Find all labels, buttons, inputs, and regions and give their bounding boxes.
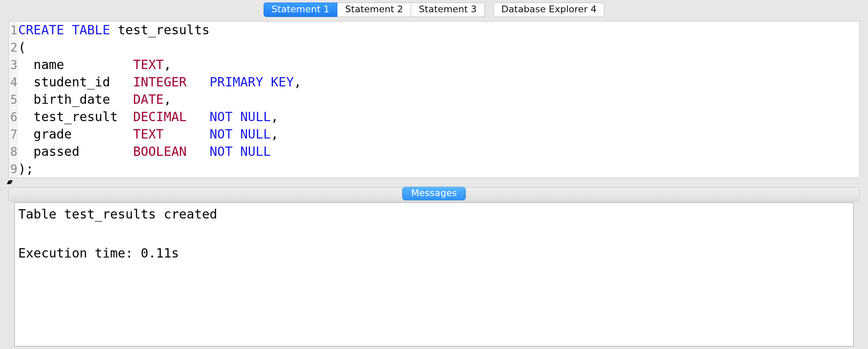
line-code[interactable]: passed BOOLEAN NOT NULL xyxy=(18,143,271,160)
sql-editor-panel[interactable]: 1CREATE TABLE test_results2(3 name TEXT,… xyxy=(8,21,860,178)
line-number: 3 xyxy=(9,57,18,74)
token-plain: ( xyxy=(18,40,26,55)
line-number: 4 xyxy=(9,74,18,91)
messages-output[interactable]: Table test_results created Execution tim… xyxy=(14,202,854,346)
tab-statement-3[interactable]: Statement 3 xyxy=(411,3,485,17)
token-plain: , xyxy=(164,57,171,72)
tab-label: Database Explorer 4 xyxy=(501,4,597,14)
line-code[interactable]: test_result DECIMAL NOT NULL, xyxy=(18,108,278,125)
tabbar-inner: Statement 1 Statement 2 Statement 3 Data… xyxy=(264,3,605,17)
token-kw2: INTEGER xyxy=(133,75,186,89)
token-kw1: CREATE TABLE xyxy=(18,22,110,37)
messages-tab-button[interactable]: Messages xyxy=(402,187,466,200)
editor-line[interactable]: 4 student_id INTEGER PRIMARY KEY, xyxy=(9,74,859,91)
token-plain: ); xyxy=(18,161,33,176)
editor-line[interactable]: 5 birth_date DATE, xyxy=(9,91,859,108)
token-kw1: NOT NULL xyxy=(210,144,271,159)
editor-line[interactable]: 6 test_result DECIMAL NOT NULL, xyxy=(9,108,859,126)
sql-editor[interactable]: 1CREATE TABLE test_results2(3 name TEXT,… xyxy=(9,22,859,178)
editor-line[interactable]: 2( xyxy=(9,39,859,56)
line-number: 5 xyxy=(9,91,18,108)
tabbar: Statement 1 Statement 2 Statement 3 Data… xyxy=(0,0,868,19)
editor-line[interactable]: 9); xyxy=(9,161,859,178)
line-code[interactable]: student_id INTEGER PRIMARY KEY, xyxy=(18,74,301,91)
token-plain: grade xyxy=(18,127,133,141)
splitter-handle[interactable]: ▴▾ xyxy=(7,180,11,184)
token-plain: , xyxy=(294,75,301,89)
line-number: 1 xyxy=(9,22,18,39)
token-kw1: NOT NULL xyxy=(210,109,271,124)
token-plain xyxy=(164,127,209,141)
line-code[interactable]: grade TEXT NOT NULL, xyxy=(18,126,278,143)
token-kw1: NOT NULL xyxy=(210,127,271,141)
token-plain: passed xyxy=(18,144,133,159)
token-plain: student_id xyxy=(18,75,133,89)
line-number: 9 xyxy=(9,161,18,178)
token-kw1: PRIMARY KEY xyxy=(210,75,294,89)
tab-label: Statement 1 xyxy=(272,4,330,14)
editor-line[interactable]: 7 grade TEXT NOT NULL, xyxy=(9,126,859,143)
token-plain: name xyxy=(18,57,133,72)
token-plain xyxy=(186,144,209,159)
token-kw2: DECIMAL xyxy=(133,109,186,124)
token-plain: test_results xyxy=(110,22,210,37)
line-number: 8 xyxy=(9,144,18,161)
line-code[interactable]: ); xyxy=(18,161,33,177)
token-plain: , xyxy=(271,127,278,141)
line-number: 7 xyxy=(9,126,18,143)
tab-statement-2[interactable]: Statement 2 xyxy=(337,3,411,17)
editor-line[interactable]: 3 name TEXT, xyxy=(9,56,859,74)
token-plain: , xyxy=(271,109,278,124)
token-plain xyxy=(186,109,209,124)
token-plain: , xyxy=(164,92,171,107)
editor-line[interactable]: 1CREATE TABLE test_results xyxy=(9,22,859,39)
line-number: 6 xyxy=(9,109,18,126)
token-plain: test_result xyxy=(18,109,133,124)
line-number: 2 xyxy=(9,39,18,56)
line-code[interactable]: name TEXT, xyxy=(18,56,171,73)
tab-label: Statement 2 xyxy=(345,4,403,14)
token-plain: birth_date xyxy=(18,92,133,107)
token-kw2: BOOLEAN xyxy=(133,144,186,159)
token-kw2: TEXT xyxy=(133,57,164,72)
editor-line[interactable]: 8 passed BOOLEAN NOT NULL xyxy=(9,143,859,161)
tab-label: Statement 3 xyxy=(419,4,477,14)
line-code[interactable]: birth_date DATE, xyxy=(18,91,171,108)
tab-database-explorer-4[interactable]: Database Explorer 4 xyxy=(493,3,605,17)
tab-statement-1[interactable]: Statement 1 xyxy=(264,3,338,17)
token-kw2: DATE xyxy=(133,92,164,107)
token-kw2: TEXT xyxy=(133,127,164,141)
messages-tab-label: Messages xyxy=(411,188,457,198)
tab-gap xyxy=(485,3,493,17)
sql-editor-app: Statement 1 Statement 2 Statement 3 Data… xyxy=(0,0,868,349)
line-code[interactable]: ( xyxy=(18,39,26,56)
line-code[interactable]: CREATE TABLE test_results xyxy=(18,22,210,39)
messages-header-bar: Messages xyxy=(8,187,860,202)
token-plain xyxy=(186,75,209,89)
